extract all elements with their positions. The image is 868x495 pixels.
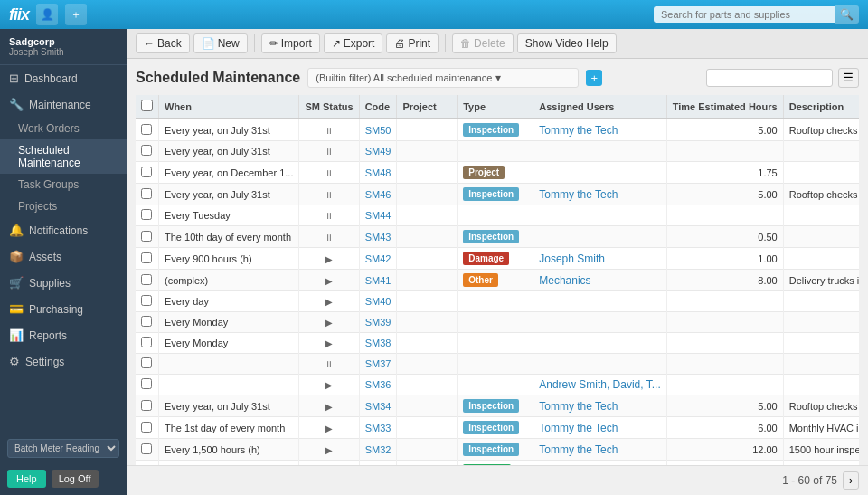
row-checkbox[interactable] <box>141 188 152 199</box>
filter-add-button[interactable]: + <box>586 70 602 86</box>
row-checkbox[interactable] <box>141 316 152 327</box>
row-checkbox[interactable] <box>141 209 152 220</box>
col-hours[interactable]: Time Estimated Hours <box>666 95 783 119</box>
assigned-user[interactable]: Mechanics <box>539 274 590 287</box>
row-checkbox[interactable] <box>141 167 152 177</box>
row-checkbox[interactable] <box>141 422 152 433</box>
sidebar-item-assets[interactable]: 📦 Assets <box>0 243 127 270</box>
assigned-user[interactable]: Tommy the Tech <box>539 400 618 413</box>
col-sm-status[interactable]: SM Status <box>299 95 359 119</box>
code-cell[interactable]: SM34 <box>359 395 397 417</box>
code-cell[interactable]: SM43 <box>359 226 397 248</box>
assigned-user[interactable]: Joseph Smith <box>539 252 605 265</box>
hours-cell <box>666 312 783 333</box>
row-checkbox[interactable] <box>141 400 152 411</box>
assigned-user[interactable]: Tommy the Tech <box>539 124 618 137</box>
code-cell[interactable]: SM44 <box>359 205 397 226</box>
view-toggle-button[interactable]: ☰ <box>838 68 859 88</box>
table-header-row: When SM Status Code Project Type Assigne… <box>136 95 859 119</box>
print-button[interactable]: 🖨 Print <box>386 33 439 53</box>
app-logo: fiix <box>9 5 29 24</box>
col-assigned[interactable]: Assigned Users <box>533 95 667 119</box>
code-cell[interactable]: SM39 <box>359 312 397 333</box>
sidebar-item-dashboard[interactable]: ⊞ Dashboard <box>0 65 127 91</box>
row-checkbox[interactable] <box>141 145 152 156</box>
row-checkbox[interactable] <box>141 357 152 368</box>
code-cell[interactable]: SM50 <box>359 119 397 141</box>
row-checkbox[interactable] <box>141 337 152 347</box>
sidebar-item-supplies[interactable]: 🛒 Supplies <box>0 270 127 296</box>
code-cell[interactable]: SM48 <box>359 162 397 184</box>
sidebar-item-projects[interactable]: Projects <box>0 195 127 217</box>
row-checkbox[interactable] <box>141 295 152 306</box>
back-button[interactable]: ← Back <box>136 33 190 53</box>
sidebar-item-scheduled-maintenance[interactable]: Scheduled Maintenance <box>0 139 127 174</box>
sidebar-item-settings[interactable]: ⚙ Settings <box>0 348 127 375</box>
when-cell: Every 900 hours (h) <box>159 248 299 270</box>
project-cell <box>397 312 458 333</box>
code-cell[interactable]: SM46 <box>359 184 397 205</box>
sidebar-item-reports[interactable]: 📊 Reports <box>0 322 127 348</box>
description-cell <box>783 226 859 248</box>
col-type[interactable]: Type <box>458 95 533 119</box>
sidebar-item-maintenance[interactable]: 🔧 Maintenance <box>0 91 127 118</box>
sidebar-item-notifications[interactable]: 🔔 Notifications <box>0 217 127 243</box>
content-area: Scheduled Maintenance (Builtin filter) A… <box>127 59 868 465</box>
row-checkbox[interactable] <box>141 231 152 242</box>
assigned-user[interactable]: Tommy the Tech <box>539 422 618 434</box>
code-cell[interactable]: SM38 <box>359 333 397 354</box>
code-cell[interactable]: SM42 <box>359 248 397 270</box>
next-page-button[interactable]: › <box>843 471 859 490</box>
delete-button[interactable]: 🗑 Delete <box>452 33 514 53</box>
export-button[interactable]: ↗ Export <box>324 33 383 53</box>
assigned-user[interactable]: Tommy the Tech <box>539 188 618 201</box>
sidebar-item-purchasing[interactable]: 💳 Purchasing <box>0 296 127 322</box>
logout-button[interactable]: Log Off <box>52 470 99 488</box>
user-icon[interactable]: 👤 <box>36 4 58 25</box>
show-video-button[interactable]: Show Video Help <box>517 33 617 53</box>
col-when[interactable]: When <box>159 95 299 119</box>
hours-cell <box>666 205 783 226</box>
assigned-user[interactable]: Tommy the Tech <box>539 443 618 456</box>
code-cell[interactable]: SM32 <box>359 439 397 461</box>
project-cell <box>397 248 458 270</box>
sidebar-item-task-groups[interactable]: Task Groups <box>0 174 127 195</box>
when-cell: Every Tuesday <box>159 205 299 226</box>
when-cell: Every 1,500 hours (h) <box>159 439 299 461</box>
row-checkbox[interactable] <box>141 252 152 263</box>
new-button[interactable]: 📄 New <box>193 33 248 53</box>
description-cell <box>783 248 859 270</box>
batch-select[interactable]: Batch Meter Reading <box>7 439 119 458</box>
search-input[interactable] <box>654 6 835 23</box>
add-icon[interactable]: ＋ <box>65 4 87 25</box>
import-button[interactable]: ✏ Import <box>261 33 320 53</box>
when-cell: The 10th day of every month <box>159 226 299 248</box>
hours-cell: 8.00 <box>666 270 783 291</box>
code-cell[interactable]: SM41 <box>359 270 397 291</box>
assigned-user[interactable]: Andrew Smith, David, T... <box>539 378 661 391</box>
new-icon: 📄 <box>202 37 215 50</box>
row-checkbox[interactable] <box>141 378 152 389</box>
code-cell[interactable]: SM33 <box>359 417 397 439</box>
table-row: Every day ▶ SM40 <box>136 291 859 312</box>
sidebar-item-work-orders[interactable]: Work Orders <box>0 118 127 139</box>
row-checkbox[interactable] <box>141 124 152 135</box>
code-cell[interactable]: SM37 <box>359 354 397 375</box>
col-description[interactable]: Description <box>783 95 859 119</box>
col-project[interactable]: Project <box>397 95 458 119</box>
row-checkbox[interactable] <box>141 443 152 454</box>
row-checkbox[interactable] <box>141 274 152 285</box>
help-button[interactable]: Help <box>7 470 46 488</box>
code-cell[interactable]: SM36 <box>359 375 397 395</box>
search-button[interactable]: 🔍 <box>835 5 859 24</box>
col-code[interactable]: Code <box>359 95 397 119</box>
table-search-input[interactable] <box>706 69 833 87</box>
code-cell[interactable]: SM49 <box>359 141 397 162</box>
code-cell[interactable]: SM40 <box>359 291 397 312</box>
select-all-checkbox[interactable] <box>141 100 153 111</box>
sm-status-cell: ⏸ <box>299 184 359 205</box>
filter-dropdown-icon[interactable]: ▾ <box>495 71 501 84</box>
sidebar-item-label: Maintenance <box>29 99 91 111</box>
header-right: ☰ <box>706 68 859 88</box>
table-row: (complex) ▶ SM41 Other Mechanics 8.00 De… <box>136 270 859 291</box>
